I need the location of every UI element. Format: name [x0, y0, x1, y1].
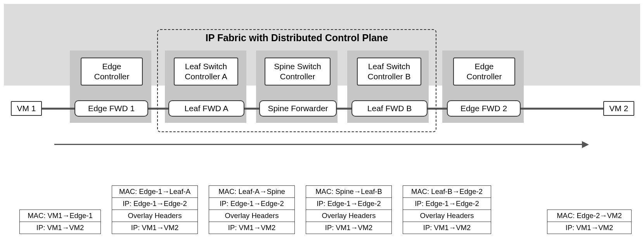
packet-row: MAC: Leaf-A→Spine	[209, 186, 294, 198]
flow-arrow-line	[54, 144, 582, 145]
vm2-label: VM 2	[609, 104, 628, 113]
packet-row: Overlay Headers	[209, 210, 294, 222]
spine-controller: Spine SwitchController	[265, 58, 331, 86]
packet-row: MAC: Spine→Leaf-B	[306, 186, 391, 198]
packet-row: MAC: VM1→Edge-1	[20, 210, 100, 222]
edge-fwd-1: Edge FWD 1	[74, 100, 148, 117]
packet-hop-4: MAC: Leaf-B→Edge-2IP: Edge-1→Edge-2Overl…	[403, 185, 491, 234]
leaf-fwd-a-label: Leaf FWD A	[184, 104, 228, 113]
packet-hop-1: MAC: Edge-1→Leaf-AIP: Edge-1→Edge-2Overl…	[112, 185, 198, 234]
packet-row: IP: VM1→VM2	[209, 222, 294, 234]
packet-hop-2: MAC: Leaf-A→SpineIP: Edge-1→Edge-2Overla…	[209, 185, 295, 234]
edge-controller-2: EdgeController	[453, 58, 515, 86]
leaf-fwd-b: Leaf FWD B	[351, 100, 428, 117]
packet-row: IP: VM1→VM2	[547, 222, 631, 234]
packet-row: Overlay Headers	[112, 210, 197, 222]
vm2: VM 2	[603, 101, 634, 116]
packet-row: IP: VM1→VM2	[403, 222, 491, 234]
spine-fwd: Spine Forwarder	[259, 100, 337, 117]
leaf-fwd-b-label: Leaf FWD B	[367, 104, 412, 113]
leaf-controller-a: Leaf SwitchController A	[174, 58, 238, 86]
edge-fwd-2-label: Edge FWD 2	[460, 104, 507, 113]
leaf-fwd-a: Leaf FWD A	[168, 100, 244, 117]
packet-hop-5: MAC: Edge-2→VM2IP: VM1→VM2	[547, 210, 632, 234]
spine-fwd-label: Spine Forwarder	[268, 104, 328, 113]
edge-fwd-2: Edge FWD 2	[447, 100, 521, 117]
packet-row: IP: VM1→VM2	[20, 222, 100, 234]
packet-row: IP: VM1→VM2	[112, 222, 197, 234]
packet-row: IP: Edge-1→Edge-2	[209, 198, 294, 210]
packet-hop-3: MAC: Spine→Leaf-BIP: Edge-1→Edge-2Overla…	[306, 185, 392, 234]
packet-row: MAC: Leaf-B→Edge-2	[403, 186, 491, 198]
packet-row: Overlay Headers	[306, 210, 391, 222]
packet-row: IP: Edge-1→Edge-2	[306, 198, 391, 210]
edge-fwd-1-label: Edge FWD 1	[88, 104, 135, 113]
packet-row: IP: Edge-1→Edge-2	[403, 198, 491, 210]
packet-row: MAC: Edge-2→VM2	[547, 210, 631, 222]
flow-arrow-head-icon	[582, 141, 589, 148]
ip-fabric-title: IP Fabric with Distributed Control Plane	[158, 32, 436, 44]
packet-row: Overlay Headers	[403, 210, 491, 222]
leaf-controller-b: Leaf SwitchController B	[357, 58, 421, 86]
diagram-canvas: S N N S IP Fabric with Distributed Contr…	[4, 4, 640, 237]
packet-hop-0: MAC: VM1→Edge-1IP: VM1→VM2	[19, 210, 101, 234]
vm1-label: VM 1	[17, 104, 36, 113]
vm1: VM 1	[11, 101, 42, 116]
packet-row: IP: VM1→VM2	[306, 222, 391, 234]
packet-row: MAC: Edge-1→Leaf-A	[112, 186, 197, 198]
packet-row: IP: Edge-1→Edge-2	[112, 198, 197, 210]
edge-controller-1: EdgeController	[81, 58, 143, 86]
